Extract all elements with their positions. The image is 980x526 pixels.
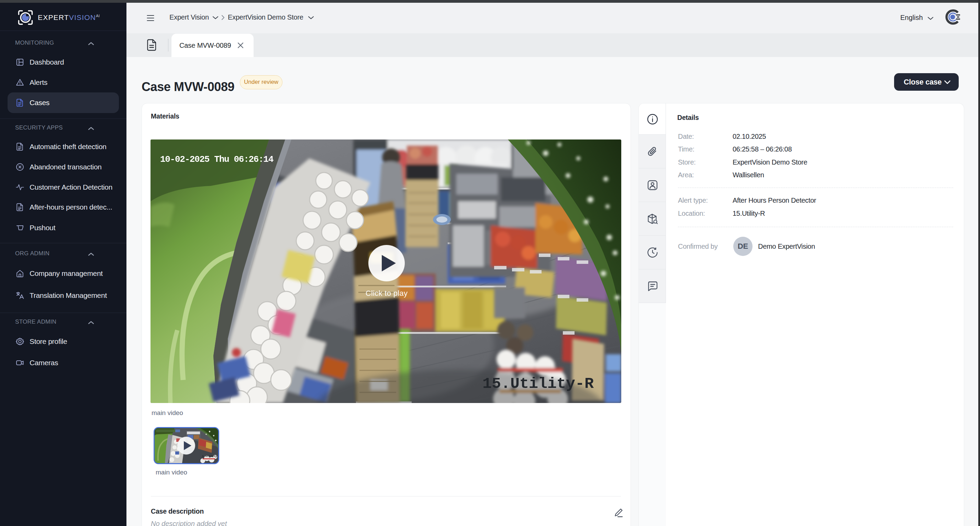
svg-text:Click to play: Click to play: [366, 289, 408, 297]
svg-text:1.Utility: 1.Utility: [202, 454, 217, 458]
svg-text:10-02-2025 Thu 06:26:14: 10-02-2025 Thu 06:26:14: [160, 154, 274, 165]
svg-text:15.Utility-R: 15.Utility-R: [482, 375, 594, 393]
